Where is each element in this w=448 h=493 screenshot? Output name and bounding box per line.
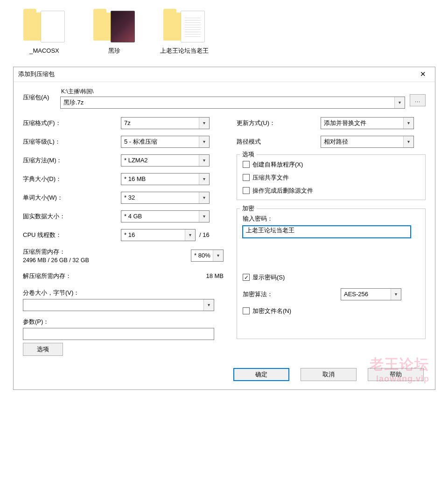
chevron-down-icon[interactable]: ▾ (403, 136, 413, 147)
folder-macosx[interactable]: _MACOSX (16, 7, 72, 55)
browse-button[interactable]: ... (410, 94, 426, 106)
checkbox-icon (243, 307, 250, 314)
folder-icon (22, 7, 67, 44)
options-button[interactable]: 选项 (23, 343, 63, 356)
delete-after-checkbox[interactable]: 操作完成后删除源文件 (243, 187, 420, 195)
chevron-down-icon[interactable]: ▾ (199, 118, 209, 129)
update-mode-label: 更新方式(U)： (237, 119, 321, 127)
close-icon: ✕ (420, 70, 426, 78)
checkbox-icon (243, 161, 250, 168)
encryption-group: 加密 输入密码： 上老王论坛当老王 ✓ 显示密码(S) 加密算法： AES-25… (237, 208, 426, 339)
folder-label: 黑珍 (108, 47, 120, 55)
mem-compress-value: 2496 MB / 26 GB / 32 GB (23, 257, 191, 264)
folder-label: 上老王论坛当老王 (160, 47, 209, 55)
options-legend: 选项 (240, 150, 257, 159)
options-group: 选项 创建自释放程序(X) 压缩共享文件 操作完成后删除源文件 (237, 154, 426, 200)
path-mode-label: 路径模式 (237, 138, 321, 146)
cancel-button[interactable]: 取消 (301, 368, 357, 381)
level-select[interactable]: 5 - 标准压缩 ▾ (121, 136, 210, 148)
share-checkbox[interactable]: 压缩共享文件 (243, 174, 420, 182)
word-label: 单词大小(W)： (23, 194, 121, 202)
format-select[interactable]: 7z ▾ (121, 117, 210, 129)
word-select[interactable]: * 32 ▾ (121, 192, 210, 204)
dialog-footer: 确定 取消 帮助 (23, 368, 426, 381)
threads-max: / 16 (199, 231, 210, 238)
chevron-down-icon[interactable]: ▾ (403, 118, 413, 129)
close-button[interactable]: ✕ (414, 68, 431, 81)
solid-label: 固实数据大小： (23, 212, 121, 221)
enc-alg-label: 加密算法： (243, 290, 341, 299)
chevron-down-icon[interactable]: ▾ (199, 174, 209, 185)
threads-label: CPU 线程数： (23, 231, 121, 239)
chevron-down-icon[interactable]: ▾ (203, 299, 214, 311)
archive-path-text: K:\主播\韩国\ (60, 88, 405, 96)
threads-select[interactable]: * 16 ▾ (121, 229, 196, 241)
method-select[interactable]: * LZMA2 ▾ (121, 154, 210, 167)
checkbox-icon (243, 174, 250, 181)
folder-icon (162, 7, 207, 44)
help-button[interactable]: 帮助 (368, 368, 424, 381)
chevron-down-icon[interactable]: ▾ (199, 155, 209, 166)
titlebar: 添加到压缩包 ✕ (14, 67, 435, 82)
show-password-checkbox[interactable]: ✓ 显示密码(S) (243, 273, 420, 282)
folder-laowang[interactable]: 上老王论坛当老王 (156, 7, 212, 55)
mem-decompress-value: 18 MB (196, 272, 224, 279)
folder-heizhen[interactable]: 黑珍 (86, 7, 142, 55)
archive-file-value: 黑珍.7z (63, 98, 84, 107)
split-size-combo[interactable]: ▾ (23, 299, 214, 311)
chevron-down-icon[interactable]: ▾ (394, 97, 405, 108)
dialog-title: 添加到压缩包 (18, 70, 414, 78)
chevron-down-icon[interactable]: ▾ (185, 229, 195, 241)
chevron-down-icon[interactable]: ▾ (199, 192, 209, 203)
enc-alg-select[interactable]: AES-256 ▾ (341, 288, 401, 300)
params-input[interactable] (23, 328, 214, 340)
checkbox-icon: ✓ (243, 274, 250, 281)
mem-decompress-label: 解压缩所需内存： (23, 272, 196, 280)
level-label: 压缩等级(L)： (23, 138, 121, 146)
archive-label: 压缩包(A) (23, 88, 56, 102)
ok-button[interactable]: 确定 (233, 368, 289, 381)
split-label: 分卷大小，字节(V)： (23, 289, 224, 297)
chevron-down-icon[interactable]: ▾ (213, 250, 223, 261)
archive-file-combo[interactable]: 黑珍.7z ▾ (60, 97, 405, 109)
mem-percent-select[interactable]: * 80% ▾ (191, 250, 224, 262)
chevron-down-icon[interactable]: ▾ (199, 211, 209, 222)
folder-label: _MACOSX (29, 47, 59, 55)
password-label: 输入密码： (243, 215, 420, 223)
format-label: 压缩格式(F)： (23, 119, 121, 127)
path-mode-select[interactable]: 相对路径 ▾ (321, 136, 414, 148)
password-input[interactable]: 上老王论坛当老王 (243, 226, 411, 238)
encryption-legend: 加密 (240, 204, 257, 213)
encrypt-names-checkbox[interactable]: 加密文件名(N) (243, 307, 420, 315)
folder-icon (92, 7, 137, 44)
chevron-down-icon[interactable]: ▾ (391, 289, 401, 300)
update-mode-select[interactable]: 添加并替换文件 ▾ (321, 117, 414, 129)
mem-compress-label: 压缩所需内存： (23, 248, 191, 256)
chevron-down-icon[interactable]: ▾ (199, 136, 209, 147)
solid-select[interactable]: * 4 GB ▾ (121, 210, 210, 222)
desktop-area: _MACOSX 黑珍 上老王论坛当老王 (0, 0, 448, 62)
params-label: 参数(P)： (23, 318, 224, 326)
dict-select[interactable]: * 16 MB ▾ (121, 173, 210, 185)
dict-label: 字典大小(D)： (23, 175, 121, 183)
method-label: 压缩方法(M)： (23, 156, 121, 165)
sfx-checkbox[interactable]: 创建自释放程序(X) (243, 160, 420, 169)
add-to-archive-dialog: 添加到压缩包 ✕ 压缩包(A) K:\主播\韩国\ 黑珍.7z ▾ ... 压缩… (13, 67, 435, 390)
checkbox-icon (243, 187, 250, 194)
